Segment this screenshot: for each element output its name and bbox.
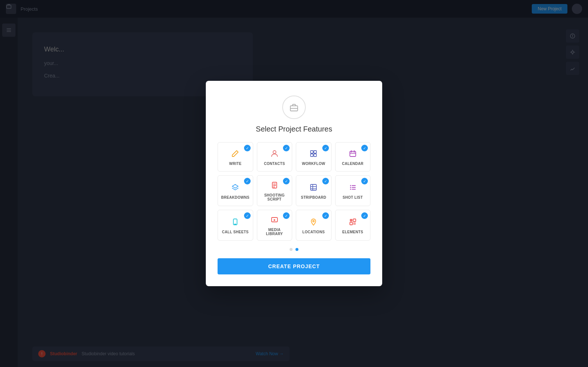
feature-card-locations[interactable]: LOCATIONS✓ [296, 210, 331, 241]
elements-label: ELEMENTS [342, 230, 363, 234]
feature-card-workflow[interactable]: WORKFLOW✓ [296, 142, 331, 172]
locations-check-badge: ✓ [322, 212, 329, 219]
svg-rect-12 [314, 154, 316, 156]
shot-list-check-badge: ✓ [361, 178, 368, 184]
svg-point-27 [350, 187, 351, 188]
feature-card-breakdowns[interactable]: BREAKDOWNS✓ [218, 175, 253, 206]
media-library-check-badge: ✓ [283, 212, 290, 219]
svg-point-25 [350, 185, 351, 186]
contacts-icon [269, 148, 280, 159]
workflow-check-badge: ✓ [322, 145, 329, 151]
write-icon [230, 148, 240, 159]
elements-check-badge: ✓ [361, 212, 368, 219]
pagination-dots [290, 248, 298, 251]
elements-icon [348, 217, 358, 227]
feature-card-elements[interactable]: ELEMENTS✓ [335, 210, 371, 241]
workflow-label: WORKFLOW [302, 162, 326, 166]
modal-overlay[interactable]: Select Project Features WRITE✓CONTACTS✓W… [0, 0, 588, 367]
shooting-script-check-badge: ✓ [283, 178, 290, 184]
calendar-icon [348, 148, 358, 159]
shot-list-icon [348, 182, 358, 193]
write-check-badge: ✓ [244, 145, 251, 151]
pagination-dot-0[interactable] [290, 248, 293, 251]
svg-rect-11 [311, 154, 313, 156]
media-library-icon [269, 215, 280, 225]
stripboard-icon [308, 182, 319, 193]
feature-card-call-sheets[interactable]: CALL SHEETS✓ [218, 210, 253, 241]
svg-point-8 [273, 151, 276, 154]
call-sheets-icon [230, 217, 240, 227]
modal-title: Select Project Features [256, 125, 332, 133]
workflow-icon [308, 148, 319, 159]
feature-card-calendar[interactable]: CALENDAR✓ [335, 142, 371, 172]
breakdowns-check-badge: ✓ [244, 178, 251, 184]
feature-card-write[interactable]: WRITE✓ [218, 142, 253, 172]
locations-label: LOCATIONS [302, 230, 325, 234]
call-sheets-check-badge: ✓ [244, 212, 251, 219]
pagination-dot-1[interactable] [295, 248, 298, 251]
calendar-label: CALENDAR [342, 162, 363, 166]
feature-card-stripboard[interactable]: STRIPBOARD✓ [296, 175, 331, 206]
stripboard-check-badge: ✓ [322, 178, 329, 184]
svg-rect-10 [314, 151, 316, 153]
stripboard-label: STRIPBOARD [301, 195, 326, 199]
breakdowns-label: BREAKDOWNS [221, 195, 250, 199]
svg-rect-13 [350, 151, 356, 156]
svg-rect-35 [350, 219, 352, 222]
select-features-modal: Select Project Features WRITE✓CONTACTS✓W… [206, 81, 382, 286]
write-label: WRITE [229, 162, 241, 166]
contacts-check-badge: ✓ [283, 145, 290, 151]
locations-icon [308, 217, 319, 227]
svg-point-29 [350, 188, 351, 190]
svg-point-34 [313, 220, 314, 222]
shooting-script-label: SHOOTING SCRIPT [260, 193, 289, 201]
feature-card-media-library[interactable]: MEDIA LIBRARY✓ [257, 210, 293, 241]
feature-card-shot-list[interactable]: SHOT LIST✓ [335, 175, 371, 206]
svg-rect-37 [350, 222, 352, 225]
feature-card-contacts[interactable]: CONTACTS✓ [257, 142, 293, 172]
media-library-label: MEDIA LIBRARY [260, 228, 289, 236]
features-grid: WRITE✓CONTACTS✓WORKFLOW✓CALENDAR✓BREAKDO… [218, 142, 370, 241]
svg-rect-21 [311, 184, 316, 190]
call-sheets-label: CALL SHEETS [222, 230, 249, 234]
briefcase-icon-circle [282, 96, 306, 119]
shot-list-label: SHOT LIST [343, 195, 363, 199]
shooting-script-icon [269, 180, 280, 190]
calendar-check-badge: ✓ [361, 145, 368, 151]
briefcase-icon [289, 102, 299, 112]
svg-rect-36 [353, 219, 356, 222]
svg-rect-9 [311, 151, 313, 153]
create-project-button[interactable]: CREATE PROJECT [218, 258, 370, 274]
breakdowns-icon [230, 182, 240, 193]
svg-rect-38 [353, 222, 356, 225]
feature-card-shooting-script[interactable]: SHOOTING SCRIPT✓ [257, 175, 293, 206]
contacts-label: CONTACTS [264, 162, 285, 166]
